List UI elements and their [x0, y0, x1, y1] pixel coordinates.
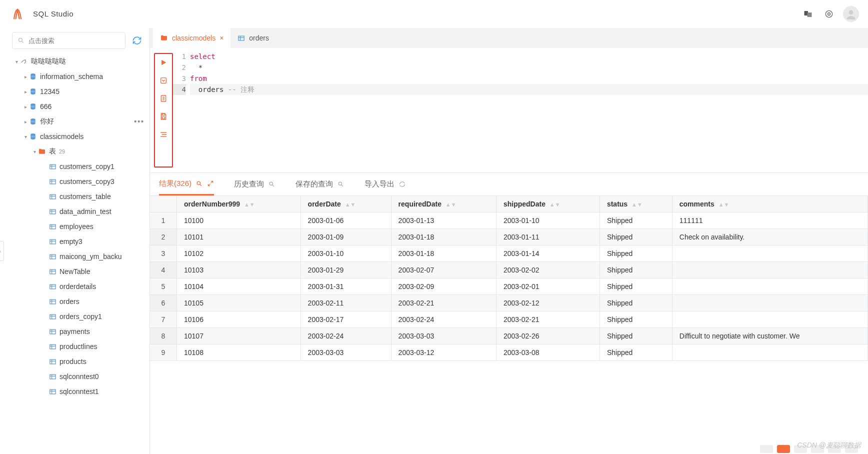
cell[interactable]: 2003-01-10 [496, 212, 600, 229]
pager-page[interactable] [760, 445, 773, 453]
search-icon[interactable] [337, 180, 344, 188]
column-header[interactable]: orderNumber999 ▲▼ [177, 196, 301, 212]
cell[interactable]: 10106 [177, 312, 301, 328]
database-node[interactable]: ▸information_schema [0, 69, 150, 84]
column-header[interactable]: requiredDate ▲▼ [392, 196, 496, 212]
cell[interactable]: 2003-02-24 [301, 328, 392, 344]
table-row[interactable]: 9101082003-03-032003-03-122003-03-08Ship… [150, 344, 868, 361]
table-node[interactable]: customers_copy3 [0, 174, 150, 189]
sort-icon[interactable]: ▲▼ [244, 204, 255, 206]
cell[interactable]: 10102 [177, 246, 301, 262]
table-node[interactable]: orders_copy1 [0, 309, 150, 324]
sort-icon[interactable]: ▲▼ [718, 204, 730, 206]
table-node[interactable]: payments [0, 324, 150, 339]
cell[interactable]: 2003-02-07 [392, 262, 496, 278]
cell[interactable]: 2003-02-09 [392, 278, 496, 295]
cell[interactable]: 2003-01-09 [301, 229, 392, 246]
code-editor[interactable]: 1234 select *from orders -- 注释 [173, 48, 868, 172]
database-node-current[interactable]: ▾ classicmodels [0, 129, 150, 144]
cell[interactable]: 10104 [177, 278, 301, 295]
cell[interactable]: Shipped [600, 262, 672, 278]
cell[interactable]: 2003-01-11 [496, 229, 600, 246]
cell[interactable]: 2003-03-08 [496, 344, 600, 361]
table-node[interactable]: orderdetails [0, 279, 150, 294]
explain-icon[interactable] [158, 75, 169, 86]
table-node[interactable]: employees [0, 219, 150, 234]
database-node[interactable]: ▸666 [0, 99, 150, 114]
cell[interactable]: 2003-02-12 [496, 295, 600, 312]
cell[interactable]: 10107 [177, 328, 301, 344]
cell[interactable]: Shipped [600, 212, 672, 229]
cell[interactable]: Shipped [600, 278, 672, 295]
pager-page-active[interactable] [777, 445, 790, 453]
run-icon[interactable] [158, 57, 169, 68]
search-icon[interactable] [268, 180, 276, 188]
cell[interactable]: Shipped [600, 312, 672, 328]
pager-page[interactable] [811, 445, 824, 453]
cell[interactable] [672, 278, 868, 295]
cell[interactable]: 2003-02-17 [301, 312, 392, 328]
column-header[interactable]: status ▲▼ [600, 196, 672, 212]
table-node[interactable]: sqlconntest1 [0, 384, 150, 399]
database-node[interactable]: ▸12345 [0, 84, 150, 99]
cell[interactable]: Difficult to negotiate with customer. We [672, 328, 868, 344]
cell[interactable]: 2003-02-26 [496, 328, 600, 344]
result-grid[interactable]: orderNumber999 ▲▼orderDate ▲▼requiredDat… [150, 196, 868, 444]
settings-icon[interactable] [822, 7, 836, 21]
cell[interactable]: 10101 [177, 229, 301, 246]
cell[interactable]: 10100 [177, 212, 301, 229]
table-row[interactable]: 6101052003-02-112003-02-212003-02-12Ship… [150, 295, 868, 312]
cell[interactable]: 2003-02-01 [496, 278, 600, 295]
editor-tab[interactable]: orders [230, 28, 276, 48]
cell[interactable] [672, 246, 868, 262]
expand-icon[interactable] [207, 180, 214, 187]
cell[interactable]: Check on availability. [672, 229, 868, 246]
sync-icon[interactable] [398, 180, 406, 188]
cell[interactable]: 2003-01-31 [301, 278, 392, 295]
cell[interactable]: Shipped [600, 344, 672, 361]
column-header[interactable]: comments ▲▼ [672, 196, 868, 212]
cell[interactable]: 2003-03-12 [392, 344, 496, 361]
more-icon[interactable]: ••• [134, 118, 144, 126]
cell[interactable]: 2003-01-13 [392, 212, 496, 229]
editor-tab[interactable]: classicmodels× [153, 28, 230, 48]
cell[interactable]: Shipped [600, 246, 672, 262]
cell[interactable]: 2003-02-21 [496, 312, 600, 328]
cell[interactable]: 111111 [672, 212, 868, 229]
refresh-icon[interactable] [130, 34, 144, 47]
sidebar-collapse-handle[interactable]: ‹ [0, 241, 4, 261]
cell[interactable]: 10103 [177, 262, 301, 278]
table-node[interactable]: orders [0, 294, 150, 309]
sort-icon[interactable]: ▲▼ [446, 204, 456, 206]
table-node[interactable]: NewTable [0, 264, 150, 279]
cell[interactable]: 2003-02-02 [496, 262, 600, 278]
sort-icon[interactable]: ▲▼ [345, 204, 356, 206]
column-header[interactable]: orderDate ▲▼ [301, 196, 392, 212]
cell[interactable] [672, 344, 868, 361]
save-icon[interactable] [158, 111, 169, 122]
table-row[interactable]: 4101032003-01-292003-02-072003-02-02Ship… [150, 262, 868, 278]
cell[interactable]: 10108 [177, 344, 301, 361]
sort-icon[interactable]: ▲▼ [632, 204, 642, 206]
search-input[interactable] [28, 36, 120, 45]
cell[interactable] [672, 262, 868, 278]
close-icon[interactable]: × [220, 34, 224, 42]
search-input-wrapper[interactable] [12, 32, 126, 49]
tab-import-export[interactable]: 导入导出 [364, 180, 406, 189]
cell[interactable]: Shipped [600, 229, 672, 246]
tab-results[interactable]: 结果(326) [159, 173, 214, 196]
table-node[interactable]: customers_table [0, 189, 150, 204]
cell[interactable]: 2003-03-03 [392, 328, 496, 344]
cell[interactable]: 2003-01-18 [392, 246, 496, 262]
table-row[interactable]: 7101062003-02-172003-02-242003-02-21Ship… [150, 312, 868, 328]
database-node[interactable]: ▸你好••• [0, 114, 150, 129]
translate-icon[interactable] [801, 7, 815, 21]
cell[interactable]: 2003-01-18 [392, 229, 496, 246]
cell[interactable]: 2003-02-21 [392, 295, 496, 312]
table-node[interactable]: products [0, 354, 150, 369]
connection-node[interactable]: ▾ 哒哒哒哒哒 [0, 54, 150, 69]
cell[interactable]: 2003-02-24 [392, 312, 496, 328]
tables-folder[interactable]: ▾ 表 29 [0, 144, 150, 159]
format-icon[interactable] [158, 129, 169, 140]
column-header[interactable]: shippedDate ▲▼ [496, 196, 600, 212]
